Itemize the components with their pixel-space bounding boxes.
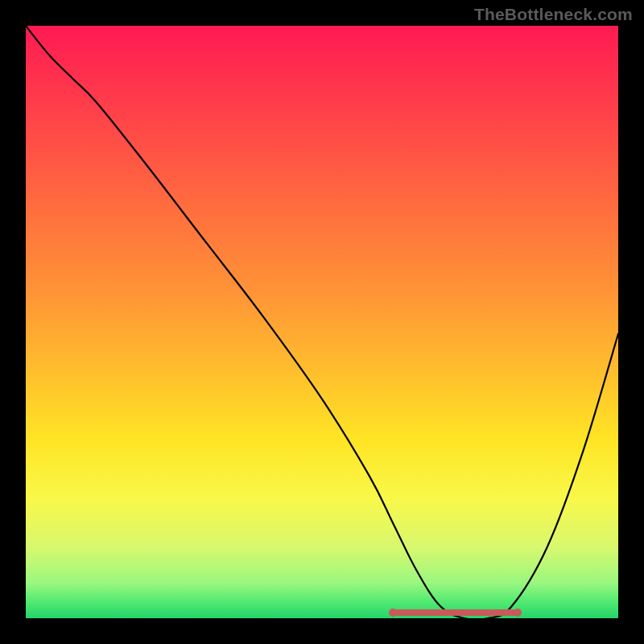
optimal-zone-right-dot — [514, 609, 522, 617]
chart-plot-area — [26, 26, 618, 618]
watermark-text: TheBottleneck.com — [474, 5, 633, 24]
chart-curve — [26, 26, 618, 618]
optimal-zone-left-dot — [389, 609, 397, 617]
optimal-zone-marker — [393, 609, 518, 616]
